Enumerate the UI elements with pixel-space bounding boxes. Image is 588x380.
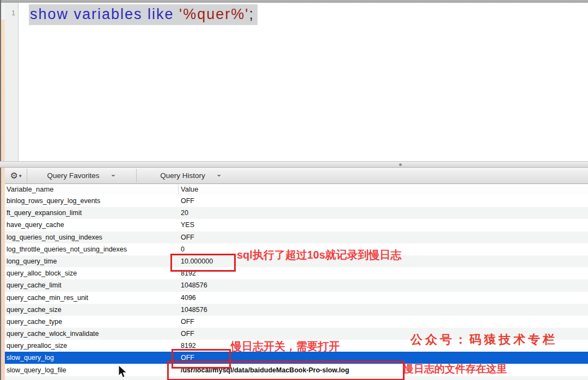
table-row[interactable]: query_alloc_block_size8192 (5, 267, 588, 279)
value-cell: 1048576 (181, 279, 207, 291)
variable-name-cell: binlog_rows_query_log_events (7, 195, 100, 207)
variable-name-cell: query_prealloc_size (7, 340, 67, 352)
value-cell: 4096 (181, 292, 196, 304)
query-history-button[interactable]: Query History ⌄ (137, 168, 246, 183)
table-header: Variable_name Value (5, 184, 588, 195)
selected-text-highlight: show variables like '%quer%'; (29, 4, 258, 25)
sql-semicolon: ; (249, 6, 254, 22)
watermark-text: 公众号：码猿技术专栏 (411, 332, 558, 348)
query-toolbar: ⚙ ▾ Query Favorites ⌄ Query History ⌄ (5, 168, 588, 184)
table-row[interactable]: query_cache_typeOFF (5, 316, 588, 328)
variable-name-cell: log_queries_not_using_indexes (7, 231, 102, 243)
annotation-slow-log-file: 慢日志的文件存在这里 (403, 362, 507, 376)
table-row[interactable]: ft_query_expansion_limit20 (5, 207, 588, 219)
variable-name-cell: slow_query_log (7, 352, 54, 364)
gear-icon: ⚙ (10, 171, 18, 180)
annotation-slow-log-switch: 慢日志开关，需要打开 (231, 339, 340, 354)
column-divider[interactable] (178, 185, 179, 194)
sql-code-line[interactable]: show variables like '%quer%'; (29, 6, 258, 23)
editor-gutter: 1 (5, 3, 19, 161)
sql-query-window: 1 show variables like '%quer%'; ⚙ ▾ Quer… (0, 0, 588, 380)
table-row[interactable]: query_cache_min_res_unit4096 (5, 292, 588, 304)
value-cell: OFF (181, 195, 194, 207)
table-row[interactable]: query_cache_limit1048576 (5, 279, 588, 291)
mouse-cursor (118, 365, 127, 378)
left-margin-strip (1, 20, 5, 380)
highlight-box-slow-query-log-file (167, 361, 405, 380)
query-favorites-label: Query Favorites (47, 171, 100, 180)
variable-name-cell: long_query_time (7, 255, 57, 267)
value-cell: OFF (181, 328, 194, 340)
highlight-box-long-query-time (170, 254, 236, 272)
value-cell: OFF (181, 231, 194, 243)
column-header-variable-name[interactable]: Variable_name (7, 185, 53, 193)
value-cell: 20 (181, 207, 188, 219)
left-margin-top (1, 3, 5, 20)
table-row[interactable]: query_cache_size1048576 (5, 304, 588, 316)
value-cell: OFF (181, 316, 194, 328)
annotation-long-query-time: sql执行了超过10s就记录到慢日志 (237, 248, 401, 262)
table-row[interactable]: binlog_rows_query_log_eventsOFF (5, 195, 588, 207)
variable-name-cell: slow_query_log_file (7, 364, 66, 376)
variable-name-cell: query_alloc_block_size (7, 267, 77, 279)
sql-editor[interactable]: 1 show variables like '%quer%'; (5, 3, 588, 161)
variable-name-cell: query_cache_limit (7, 279, 62, 291)
variable-name-cell: log_throttle_queries_not_using_indexes (7, 243, 127, 255)
variable-name-cell: query_cache_type (7, 316, 62, 328)
pane-splitter[interactable] (0, 161, 588, 168)
sql-keyword-text: show variables like (30, 6, 179, 22)
variable-name-cell: ft_query_expansion_limit (7, 207, 82, 219)
variable-name-cell: have_query_cache (7, 219, 64, 231)
sql-string-literal: '%quer%' (179, 6, 249, 22)
chevron-down-icon: ⌄ (111, 170, 117, 178)
column-header-value[interactable]: Value (181, 185, 198, 193)
variable-name-cell: query_cache_size (7, 304, 62, 316)
value-cell: 1048576 (181, 304, 207, 316)
variable-name-cell: query_cache_min_res_unit (7, 292, 88, 304)
caret-down-icon: ▾ (19, 173, 22, 179)
value-cell: YES (181, 219, 194, 231)
line-number: 1 (11, 9, 15, 17)
splitter-handle-icon (399, 163, 402, 166)
query-favorites-button[interactable]: Query Favorites ⌄ (27, 168, 136, 183)
table-row[interactable]: have_query_cacheYES (5, 219, 588, 231)
table-row[interactable]: log_queries_not_using_indexesOFF (5, 231, 588, 243)
variable-name-cell: query_cache_wlock_invalidate (7, 328, 99, 340)
gear-menu-button[interactable]: ⚙ ▾ (5, 168, 27, 183)
query-history-label: Query History (160, 171, 205, 180)
chevron-down-icon: ⌄ (216, 170, 222, 178)
